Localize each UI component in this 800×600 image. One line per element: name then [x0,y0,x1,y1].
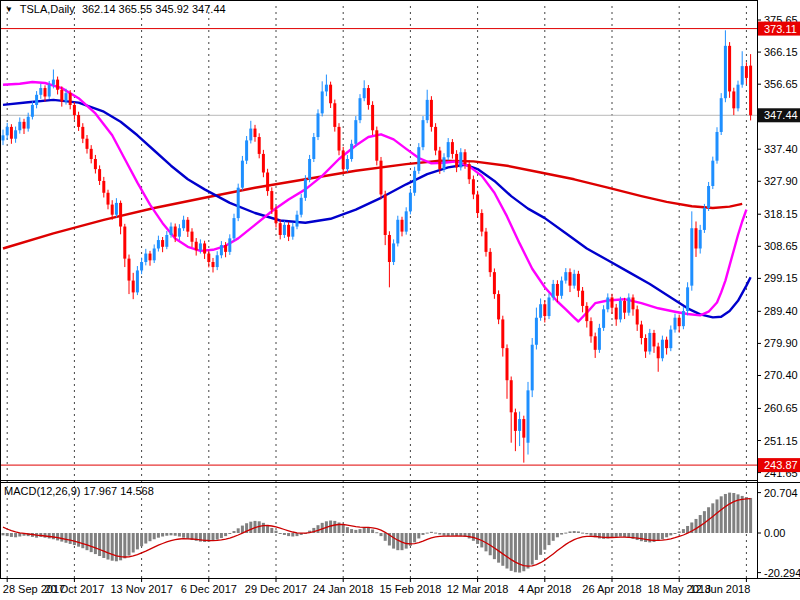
bull-candle [220,245,223,255]
macd-histogram-bar [2,533,5,535]
bull-candle [606,297,609,309]
date-tick-label: 26 Apr 2018 [582,583,641,595]
macd-histogram-bar [65,533,68,543]
bear-candle [510,380,513,412]
macd-histogram-bar [749,498,752,533]
bear-candle [98,169,101,181]
macd-histogram-bar [237,528,240,533]
date-tick-label: 12 Mar 2018 [447,583,509,595]
macd-histogram-bar [350,529,353,533]
symbol-dropdown-icon[interactable]: ▼ [5,5,13,14]
date-tick-label: 20 Oct 2017 [44,583,104,595]
macd-histogram-bar [346,527,349,533]
bull-candle [354,120,357,144]
macd-histogram-bar [371,529,374,533]
bull-candle [6,127,9,135]
bear-candle [434,127,437,151]
bear-candle [501,319,504,348]
bull-candle [648,333,651,352]
macd-histogram-bar [94,533,97,554]
macd-histogram-bar [581,533,584,534]
macd-tick-label: 0.00 [764,527,785,539]
date-tick-label: 29 Dec 2017 [245,583,307,595]
bear-candle [657,346,660,358]
bull-candle [65,93,68,101]
bear-candle [275,210,278,224]
bear-candle [107,193,110,205]
bear-candle [195,242,198,250]
bear-candle [207,254,210,262]
bull-candle [413,171,416,193]
bear-candle [338,127,341,151]
bear-candle [56,80,59,90]
macd-histogram-bar [728,493,731,533]
price-tick-label: 289.40 [764,305,798,317]
bull-candle [18,122,21,130]
macd-histogram-bar [527,533,530,569]
bear-candle [73,105,76,115]
bull-candle [707,186,710,208]
bear-candle [329,85,332,104]
macd-histogram-bar [262,523,265,533]
macd-histogram-bar [291,533,294,537]
price-tick-label: 356.65 [764,78,798,90]
macd-histogram-bar [695,519,698,533]
bull-candle [199,243,202,250]
macd-histogram-bar [270,528,273,533]
bull-candle [182,220,185,228]
bear-candle [367,88,370,105]
bull-candle [321,91,324,113]
price-chart-canvas[interactable]: 375.65366.15356.65337.40327.90318.15308.… [0,0,800,600]
bear-candle [191,232,194,242]
bear-candle [371,105,374,130]
macd-histogram-bar [359,529,362,533]
macd-histogram-bar [434,533,437,534]
bear-candle [749,66,752,116]
bull-candle [741,66,744,85]
bear-candle [514,412,517,431]
symbol-timeframe-label: TSLA,Daily [20,3,75,15]
macd-tick-label: 20.704 [764,487,798,499]
bull-candle [674,318,677,330]
bull-candle [699,230,702,249]
macd-histogram-bar [354,530,357,533]
bull-candle [216,255,219,267]
macd-histogram-bar [493,533,496,559]
macd-histogram-bar [333,521,336,533]
bear-candle [644,338,647,352]
bear-candle [161,240,164,247]
bull-candle [31,105,34,117]
bear-candle [468,164,471,179]
macd-tick-label: -20.294 [764,567,800,579]
bear-candle [333,103,336,127]
macd-values-label: 17.967 14.568 [83,485,153,497]
bear-candle [270,191,273,210]
bull-candle [527,390,530,442]
macd-histogram-bar [531,533,534,565]
price-badge-label: 243.87 [764,459,798,471]
macd-histogram-bar [455,533,458,536]
macd-histogram-bar [468,533,471,538]
macd-histogram-bar [128,533,131,556]
macd-histogram-bar [636,533,639,540]
bear-candle [489,252,492,272]
macd-histogram-bar [648,533,651,542]
bear-candle [102,181,105,193]
macd-histogram-bar [640,533,643,541]
bear-candle [451,142,454,154]
bull-candle [422,120,425,147]
bear-candle [543,304,546,316]
macd-histogram-bar [405,533,408,549]
bull-candle [682,311,685,326]
bull-candle [52,80,55,85]
bear-candle [594,336,597,350]
macd-histogram-bar [657,533,660,541]
bull-candle [392,243,395,262]
bear-candle [342,151,345,170]
macd-histogram-bar [317,525,320,533]
bull-candle [661,340,664,359]
bull-candle [228,238,231,252]
bull-candle [178,228,181,236]
bull-candle [153,248,156,260]
bull-candle [396,220,399,244]
